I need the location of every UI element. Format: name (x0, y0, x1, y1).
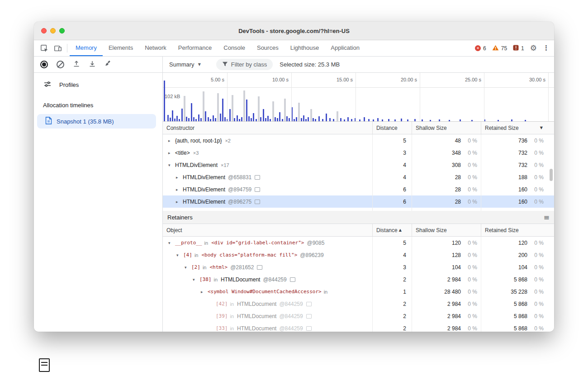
distance-cell: 4 (372, 249, 412, 261)
tab-sources[interactable]: Sources (251, 40, 285, 56)
retainer-row[interactable]: ▸[33]inHTMLDocument@84425922 9840 %5 868… (163, 322, 554, 332)
expand-icon[interactable]: ▸ (201, 290, 208, 294)
constructor-row[interactable]: ▸<title>×333480 %7320 % (163, 147, 554, 159)
retainer-row[interactable]: ▾__proto__in<div id="grid-label-containe… (163, 237, 554, 249)
load-profile-icon[interactable] (73, 60, 80, 69)
distance-column-header[interactable]: Distance (372, 122, 412, 134)
expand-icon[interactable]: ▸ (176, 175, 183, 180)
tab-memory[interactable]: Memory (70, 40, 103, 56)
collapse-icon[interactable]: ▾ (193, 277, 199, 282)
retainer-row[interactable]: ▸[39]inHTMLDocument@84425922 9840 %5 868… (163, 310, 554, 322)
class-filter-input[interactable]: Filter by class (216, 59, 273, 70)
settings-gear-icon[interactable]: ⚙ (530, 44, 537, 52)
toolbar-left-section (34, 57, 163, 72)
timeline-gridline (356, 73, 356, 121)
reveal-object-icon[interactable] (306, 326, 312, 331)
size-cell: 7320 % (481, 159, 547, 171)
error-count-badge[interactable]: ✕ 6 (475, 45, 486, 52)
timeline-tick-label: 20.00 s (401, 77, 417, 82)
allocation-bar (263, 109, 264, 121)
constructor-cell: ▸HTMLDivElement@658831 (163, 171, 372, 183)
timeline-gridline (420, 73, 420, 121)
reveal-object-icon[interactable] (306, 302, 312, 306)
clear-all-broom-icon[interactable] (104, 60, 112, 69)
expand-icon[interactable]: ▸ (176, 200, 183, 204)
sidebar-item-snapshot-1[interactable]: Snapshot 1 (35.8 MB) (37, 114, 156, 129)
constructor-column-header[interactable]: Constructor (163, 122, 372, 134)
timeline-chart[interactable]: 102 kB 5.00 s10.00 s15.00 s20.00 s25.00 … (163, 73, 554, 122)
expand-icon[interactable]: ▸ (176, 187, 183, 192)
collapse-icon[interactable]: ▾ (168, 163, 175, 167)
reveal-object-icon[interactable] (255, 187, 260, 192)
tab-console[interactable]: Console (218, 40, 251, 56)
heap-snapshot-icon (45, 117, 52, 126)
warning-count-badge[interactable]: 75 (492, 45, 507, 52)
retainer-row[interactable]: ▸<symbol Window#DocumentCachedAccessor>i… (163, 286, 554, 298)
constructor-row[interactable]: ▸HTMLDivElement@6588314280 %1880 % (163, 171, 554, 183)
allocation-bar (498, 120, 499, 121)
allocation-bar (172, 110, 173, 121)
constructor-name: HTMLDivElement (183, 199, 225, 205)
vertical-scrollbar-thumb[interactable] (550, 169, 553, 181)
size-cell: 3480 % (412, 147, 481, 159)
constructor-row[interactable]: ▾HTMLDivElement×1743080 %7320 % (163, 159, 554, 171)
collapse-icon[interactable]: ▾ (168, 241, 175, 245)
perspective-select[interactable]: Summary ▼ (167, 59, 203, 70)
constructor-row[interactable]: ▸HTMLDivElement@8947596280 %1600 % (163, 183, 554, 195)
object-column-header[interactable]: Object (163, 224, 372, 236)
retainers-menu-icon[interactable]: ≡ (544, 213, 550, 222)
retainers-distance-header-label: Distance (376, 227, 398, 233)
distance-cell: 1 (372, 286, 412, 298)
tab-network[interactable]: Network (139, 40, 172, 56)
constructor-row[interactable]: ▸HTMLDivElement (163, 208, 554, 211)
save-profile-icon[interactable] (89, 60, 96, 69)
clear-profiles-icon[interactable] (57, 61, 64, 68)
size-value: 160 (481, 199, 527, 205)
sidebar-item-profiles[interactable]: Profiles (34, 78, 162, 91)
collapse-icon[interactable]: ▾ (176, 253, 183, 257)
tab-elements[interactable]: Elements (103, 40, 139, 56)
tab-performance[interactable]: Performance (172, 40, 218, 56)
more-menu-icon[interactable]: ⋮ (543, 45, 550, 52)
size-percent: 0 % (461, 138, 481, 144)
selected-size-label: Selected size: 25.3 MB (280, 61, 340, 68)
size-cell: 2 9840 % (412, 322, 481, 332)
size-cell: 1880 % (481, 171, 547, 183)
record-heap-button[interactable] (40, 61, 48, 68)
reveal-object-icon[interactable] (255, 200, 260, 204)
retainer-row[interactable]: ▾[38]inHTMLDocument@84425922 9840 %5 868… (163, 273, 554, 286)
reveal-object-icon[interactable] (255, 175, 260, 180)
retainer-row[interactable]: ▸[42]inHTMLDocument@84425922 9840 %5 868… (163, 298, 554, 310)
retained-object-tag: <html> (209, 264, 228, 270)
total-size-bar (243, 90, 245, 121)
expand-icon[interactable]: ▸ (168, 151, 175, 155)
retainers-distance-column-header[interactable]: Distance ▲ (372, 224, 412, 236)
size-value: 48 (412, 138, 461, 144)
allocation-bar (256, 119, 257, 121)
tab-application[interactable]: Application (325, 40, 365, 56)
expand-icon[interactable]: ▸ (168, 138, 175, 143)
retainers-retained-column-header[interactable]: Retained Size (481, 224, 547, 236)
device-toolbar-icon[interactable] (51, 40, 65, 56)
close-window-button[interactable] (41, 28, 47, 33)
zoom-window-button[interactable] (59, 28, 65, 33)
reveal-object-icon[interactable] (306, 314, 312, 319)
shallow-size-column-header[interactable]: Shallow Size (412, 122, 481, 134)
reveal-object-icon[interactable] (290, 277, 295, 282)
retained-size-column-header[interactable]: Retained Size ▼ (481, 122, 547, 134)
constructor-row[interactable]: ▸HTMLDivElement@8962756280 %1600 % (163, 195, 554, 208)
issues-count-badge[interactable]: 1 (513, 45, 524, 52)
constructor-row[interactable]: ▸{auth, root, root-1p}×25480 %7360 % (163, 134, 554, 147)
retainer-row[interactable]: ▾[4]in<body class="platform-mac fill">@8… (163, 249, 554, 261)
inspect-element-icon[interactable] (38, 40, 51, 56)
collapse-icon[interactable]: ▾ (185, 265, 191, 270)
tab-lighthouse[interactable]: Lighthouse (285, 40, 325, 56)
distance-cell: 2 (372, 298, 412, 310)
minimize-window-button[interactable] (50, 28, 56, 33)
size-value: 736 (481, 138, 527, 144)
reveal-object-icon[interactable] (257, 265, 262, 270)
retainer-object-cell: ▾__proto__in<div id="grid-label-containe… (163, 237, 372, 249)
retainers-section-bar: Retainers ≡ (163, 211, 554, 224)
retainers-shallow-column-header[interactable]: Shallow Size (412, 224, 481, 236)
retainer-row[interactable]: ▾[2]in<html>@28165231040 %1040 % (163, 261, 554, 273)
